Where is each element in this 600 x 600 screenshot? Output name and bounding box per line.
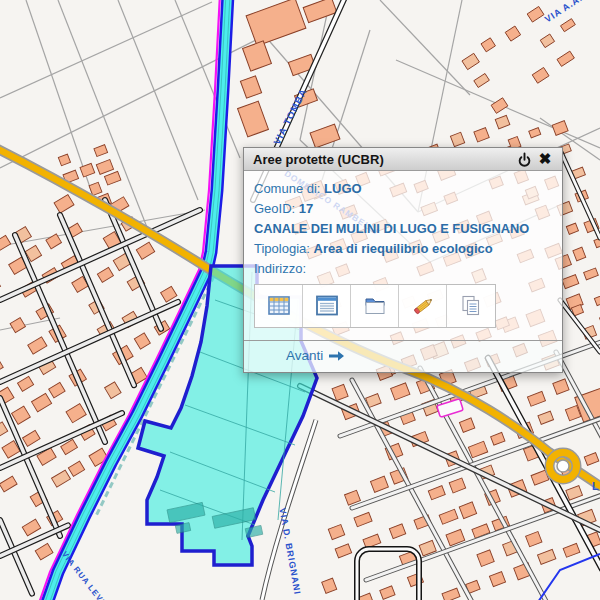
indirizzo-label: Indirizzo: [254, 261, 306, 276]
tipologia-value: Area di riequilibrio ecologico [314, 241, 493, 256]
power-button[interactable] [515, 150, 533, 168]
avanti-link[interactable]: Avanti [286, 348, 345, 363]
comune-value: LUGO [324, 181, 362, 196]
popup-toolbar [254, 284, 496, 328]
close-icon: ✖ [539, 151, 552, 167]
field-geoid: GeoID: 17 [254, 199, 552, 218]
popup-body: Comune di: LUGO GeoID: 17 CANALE DEI MUL… [244, 171, 562, 340]
folder-button[interactable] [351, 285, 399, 327]
map-viewport: VIA TOMBA DOMENICO RAMBELLI VIA RUA LEVL… [0, 0, 600, 600]
geoid-label: GeoID: [254, 201, 295, 216]
street-label-l: L [592, 480, 600, 492]
comune-label: Comune di: [254, 181, 320, 196]
power-icon [517, 152, 532, 167]
field-indirizzo: Indirizzo: [254, 259, 552, 278]
folder-icon [362, 294, 388, 318]
feature-info-popup: Aree protette (UCBR) ✖ Comune di: LUGO G… [243, 147, 563, 373]
area-name: CANALE DEI MULINI DI LUGO E FUSIGNANO [254, 219, 552, 238]
details-list-button[interactable] [303, 285, 351, 327]
edit-pencil-icon [410, 294, 436, 318]
list-icon [314, 294, 340, 318]
field-tipologia: Tipologia: Area di riequilibrio ecologic… [254, 239, 552, 258]
copy-icon [458, 294, 484, 318]
popup-body-gap [254, 328, 552, 340]
popup-title: Aree protette (UCBR) [253, 152, 512, 167]
copy-button[interactable] [447, 285, 495, 327]
arrow-right-icon [328, 350, 345, 362]
popup-header[interactable]: Aree protette (UCBR) ✖ [244, 148, 562, 171]
avanti-label: Avanti [286, 348, 323, 363]
table-icon [266, 294, 292, 318]
popup-footer: Avanti [244, 340, 562, 372]
edit-button[interactable] [399, 285, 447, 327]
close-button[interactable]: ✖ [536, 150, 554, 168]
tipologia-label: Tipologia: [254, 241, 310, 256]
field-comune: Comune di: LUGO [254, 179, 552, 198]
attribute-table-button[interactable] [255, 285, 303, 327]
geoid-value: 17 [299, 201, 313, 216]
